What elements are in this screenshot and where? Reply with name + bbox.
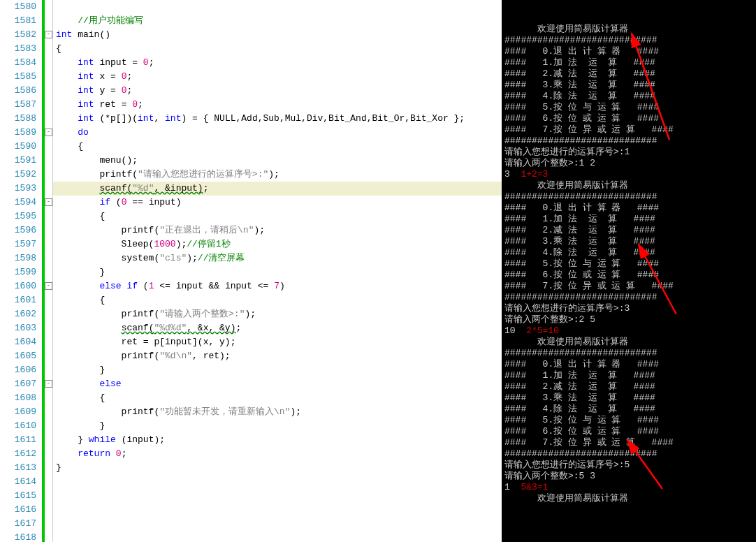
line-number-gutter: 1580158115821583158415851586158715881589… bbox=[0, 0, 42, 542]
code-line[interactable]: ret = p[input](x, y); bbox=[53, 335, 502, 349]
code-line[interactable]: system("cls");//清空屏幕 bbox=[53, 251, 502, 265]
line-number: 1581 bbox=[0, 14, 36, 28]
fold-button[interactable]: - bbox=[45, 380, 52, 388]
line-number: 1612 bbox=[0, 447, 36, 461]
code-line[interactable] bbox=[53, 503, 502, 517]
line-number: 1583 bbox=[0, 42, 36, 56]
line-number: 1580 bbox=[0, 0, 36, 14]
code-line[interactable]: else bbox=[53, 377, 502, 391]
line-number: 1611 bbox=[0, 433, 36, 447]
line-number: 1589 bbox=[0, 126, 36, 140]
line-number: 1614 bbox=[0, 475, 36, 489]
line-number: 1584 bbox=[0, 56, 36, 70]
line-number: 1590 bbox=[0, 140, 36, 154]
change-bar bbox=[42, 0, 45, 542]
code-line[interactable]: printf("正在退出，请稍后\n"); bbox=[53, 224, 502, 237]
line-number: 1609 bbox=[0, 405, 36, 419]
line-number: 1604 bbox=[0, 335, 36, 349]
code-line[interactable]: do bbox=[53, 126, 502, 140]
line-number: 1594 bbox=[0, 196, 36, 210]
line-number: 1616 bbox=[0, 503, 36, 517]
code-line[interactable] bbox=[53, 0, 502, 14]
code-line[interactable]: } bbox=[53, 363, 502, 377]
code-line[interactable]: menu(); bbox=[53, 154, 502, 168]
line-number: 1597 bbox=[0, 237, 36, 251]
line-number: 1617 bbox=[0, 517, 36, 531]
line-number: 1618 bbox=[0, 531, 36, 542]
code-line[interactable]: int main() bbox=[53, 28, 502, 42]
line-number: 1601 bbox=[0, 293, 36, 307]
code-line[interactable]: } bbox=[53, 265, 502, 279]
code-line[interactable]: { bbox=[53, 391, 502, 405]
code-line[interactable]: } while (input); bbox=[53, 433, 502, 447]
code-line[interactable]: //用户功能编写 bbox=[53, 14, 502, 28]
line-number: 1603 bbox=[0, 321, 36, 335]
code-line[interactable]: printf("功能暂未开发，请重新输入\n"); bbox=[53, 405, 502, 419]
line-number: 1585 bbox=[0, 70, 36, 84]
terminal-output[interactable]: 欢迎使用简易版计算器 ############################ … bbox=[502, 0, 756, 542]
code-line[interactable]: Sleep(1000);//停留1秒 bbox=[53, 237, 502, 251]
fold-button[interactable]: - bbox=[45, 198, 52, 206]
code-editor[interactable]: 1580158115821583158415851586158715881589… bbox=[0, 0, 502, 542]
line-number: 1599 bbox=[0, 265, 36, 279]
fold-button[interactable]: - bbox=[45, 282, 52, 290]
code-line[interactable] bbox=[53, 489, 502, 503]
line-number: 1610 bbox=[0, 419, 36, 433]
line-number: 1587 bbox=[0, 98, 36, 112]
code-line[interactable]: int ret = 0; bbox=[53, 98, 502, 112]
code-line[interactable]: scanf("%d", &input); bbox=[53, 182, 502, 196]
code-line[interactable]: } bbox=[53, 419, 502, 433]
code-line[interactable]: if (0 == input) bbox=[53, 196, 502, 210]
code-line[interactable]: int input = 0; bbox=[53, 56, 502, 70]
code-line[interactable]: printf("%d\n", ret); bbox=[53, 349, 502, 363]
line-number: 1586 bbox=[0, 84, 36, 98]
code-line[interactable] bbox=[53, 517, 502, 531]
code-line[interactable] bbox=[53, 531, 502, 542]
code-line[interactable]: printf("请输入您想进行的运算序号>:"); bbox=[53, 168, 502, 182]
line-number: 1600 bbox=[0, 279, 36, 293]
code-line[interactable]: { bbox=[53, 293, 502, 307]
line-number: 1595 bbox=[0, 210, 36, 224]
code-line[interactable]: else if (1 <= input && input <= 7) bbox=[53, 279, 502, 293]
code-line[interactable]: { bbox=[53, 140, 502, 154]
line-number: 1615 bbox=[0, 489, 36, 503]
code-line[interactable]: int x = 0; bbox=[53, 70, 502, 84]
line-number: 1591 bbox=[0, 154, 36, 168]
line-number: 1592 bbox=[0, 168, 36, 182]
line-number: 1608 bbox=[0, 391, 36, 405]
line-number: 1606 bbox=[0, 363, 36, 377]
line-number: 1582 bbox=[0, 28, 36, 42]
fold-button[interactable]: - bbox=[45, 31, 52, 38]
code-area[interactable]: //用户功能编写int main(){ int input = 0; int x… bbox=[53, 0, 502, 542]
line-number: 1613 bbox=[0, 461, 36, 475]
line-number: 1593 bbox=[0, 182, 36, 196]
code-line[interactable] bbox=[53, 475, 502, 489]
code-line[interactable]: printf("请输入两个整数>:"); bbox=[53, 307, 502, 321]
code-line[interactable]: } bbox=[53, 461, 502, 475]
fold-margin: ----- bbox=[42, 0, 53, 542]
code-line[interactable]: int (*p[])(int, int) = { NULL,Add,Sub,Mu… bbox=[53, 112, 502, 126]
line-number: 1602 bbox=[0, 307, 36, 321]
line-number: 1607 bbox=[0, 377, 36, 391]
line-number: 1596 bbox=[0, 224, 36, 237]
line-number: 1598 bbox=[0, 251, 36, 265]
line-number: 1588 bbox=[0, 112, 36, 126]
code-line[interactable]: { bbox=[53, 210, 502, 224]
fold-button[interactable]: - bbox=[45, 129, 52, 136]
code-line[interactable]: return 0; bbox=[53, 447, 502, 461]
line-number: 1605 bbox=[0, 349, 36, 363]
code-line[interactable]: int y = 0; bbox=[53, 84, 502, 98]
code-line[interactable]: { bbox=[53, 42, 502, 56]
code-line[interactable]: scanf("%d%d", &x, &y); bbox=[53, 321, 502, 335]
